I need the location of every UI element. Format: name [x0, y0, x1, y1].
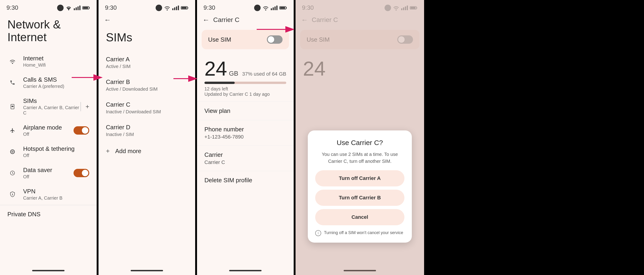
carrier-a-item[interactable]: Carrier A Active / SIM: [98, 51, 195, 74]
airplane-sublabel: Off: [23, 132, 74, 137]
menu-list-1: Internet Home_Wifi Calls & SMS Carrier A…: [0, 51, 97, 205]
separator-3: [294, 0, 296, 275]
turn-off-carrier-a-button[interactable]: Turn off Carrier A: [315, 170, 404, 186]
dialog-title: Use Carrier C?: [315, 139, 404, 147]
datasaver-toggle[interactable]: [74, 169, 89, 177]
menu-text-internet: Internet Home_Wifi: [23, 55, 89, 68]
battery-icon-3: [279, 6, 287, 10]
menu-text-sims: SIMs Carrier A, Carrier B, Carrier C: [23, 97, 80, 116]
data-bar-background: [204, 82, 286, 84]
hotspot-label: Hotspot & tethering: [23, 145, 89, 152]
add-more-label: Add more: [115, 148, 141, 155]
days-left: 12 days left: [204, 86, 286, 92]
menu-text-hotspot: Hotspot & tethering Off: [23, 145, 89, 158]
carrier-c-item[interactable]: Carrier C Inactive / Downloaded SIM: [98, 96, 195, 119]
turn-off-carrier-b-button[interactable]: Turn off Carrier B: [315, 190, 404, 206]
menu-item-datasaver[interactable]: Data saver Off: [0, 162, 97, 184]
status-bar-2: 9:30: [98, 0, 195, 14]
phone-number-value: +1-123-456-7890: [204, 134, 286, 140]
svg-rect-16: [286, 7, 287, 8]
menu-item-hotspot[interactable]: Hotspot & tethering Off: [0, 141, 97, 162]
sims-add-button[interactable]: +: [86, 103, 89, 110]
svg-rect-12: [188, 7, 188, 8]
status-time-3: 9:30: [204, 4, 215, 11]
screen4-dialog: 9:30: [296, 0, 424, 275]
bottom-bar-3: [229, 270, 262, 271]
wifi-menu-icon: [8, 56, 18, 66]
menu-item-vpn[interactable]: VPN Carrier A, Carrier B: [0, 184, 97, 205]
data-usage-section: 24 GB 37% used of 64 GB 12 days left Upd…: [197, 53, 294, 102]
battery-icon-1: [82, 6, 90, 10]
info-icon: i: [315, 230, 321, 236]
carrier-a-status: Active / SIM: [106, 64, 188, 69]
dialog-footer-text: Turning off a SIM won't cancel your serv…: [324, 230, 403, 236]
carrier-b-name: Carrier B: [106, 78, 188, 86]
svg-rect-6: [12, 106, 14, 107]
camera-dot-2: [156, 5, 162, 11]
internet-sublabel: Home_Wifi: [23, 62, 89, 68]
carrier-d-name: Carrier D: [106, 124, 188, 131]
status-time-2: 9:30: [105, 4, 117, 11]
data-unit: GB: [229, 70, 238, 77]
carrier-value: Carrier C: [204, 159, 286, 165]
data-meta: 12 days left Updated by Carrier C 1 day …: [204, 86, 286, 102]
carrier-label: Carrier: [204, 151, 286, 158]
status-bar-3: 9:30: [197, 0, 294, 14]
airplane-menu-icon: [8, 125, 18, 136]
menu-item-airplane[interactable]: Airplane mode Off: [0, 120, 97, 141]
back-button-2[interactable]: ←: [104, 16, 111, 24]
airplane-toggle-knob: [82, 127, 88, 134]
internet-label: Internet: [23, 55, 89, 62]
private-dns-label: Private DNS: [8, 211, 89, 218]
svg-point-10: [167, 9, 168, 10]
phone-menu-icon: [8, 78, 18, 88]
bottom-bar-2: [131, 270, 163, 271]
delete-sim-item[interactable]: Delete SIM profile: [197, 171, 294, 190]
screen1-network-internet: 9:30 Network: [0, 0, 97, 275]
back-button-3[interactable]: ←: [202, 16, 210, 24]
use-carrier-dialog: Use Carrier C? You can use 2 SIMs at a t…: [308, 130, 412, 242]
data-bar-row: [204, 82, 286, 84]
menu-item-calls-sms[interactable]: Calls & SMS Carrier A (preferred): [0, 72, 97, 93]
calls-label: Calls & SMS: [23, 76, 89, 83]
sims-page-title: SIMs: [98, 26, 195, 51]
phone-number-label: Phone number: [204, 126, 286, 133]
status-bar-1: 9:30: [0, 0, 97, 14]
wifi-icon-3: [262, 5, 269, 10]
carrier-b-status: Active / Downloaded SIM: [106, 86, 188, 92]
private-dns-row[interactable]: Private DNS: [0, 205, 97, 224]
carrier-a-name: Carrier A: [106, 56, 188, 63]
add-more-icon: +: [106, 147, 110, 155]
carrier-b-item[interactable]: Carrier B Active / Downloaded SIM: [98, 74, 195, 96]
menu-item-sims[interactable]: SIMs Carrier A, Carrier B, Carrier C +: [0, 93, 97, 120]
wifi-icon-2: [164, 5, 170, 10]
screen3-carrier-c: 9:30 ← Carrier C Use S: [197, 0, 294, 275]
signal-icon-3: [271, 6, 278, 10]
use-sim-toggle[interactable]: [267, 36, 282, 44]
bottom-bar-1: [32, 270, 64, 271]
vpn-label: VPN: [23, 188, 89, 195]
nav-title-3: Carrier C: [213, 16, 240, 24]
vpn-sublabel: Carrier A, Carrier B: [23, 196, 89, 201]
carrier-item: Carrier Carrier C: [197, 146, 294, 171]
data-percent: 37% used of 64 GB: [242, 71, 286, 77]
status-icons-1: [57, 5, 90, 11]
menu-text-datasaver: Data saver Off: [23, 166, 74, 180]
use-sim-label: Use SIM: [208, 36, 231, 43]
signal-icon-1: [74, 6, 80, 10]
status-time-1: 9:30: [6, 4, 18, 11]
svg-point-14: [265, 9, 266, 10]
sims-label: SIMs: [23, 97, 80, 104]
view-plan-label: View plan: [204, 107, 286, 114]
menu-item-internet[interactable]: Internet Home_Wifi: [0, 51, 97, 72]
carrier-d-item[interactable]: Carrier D Inactive / SIM: [98, 119, 195, 142]
view-plan-item[interactable]: View plan: [197, 102, 294, 120]
page-title-1: Network & Internet: [0, 14, 97, 51]
camera-dot-3: [254, 5, 260, 11]
cancel-button[interactable]: Cancel: [315, 209, 404, 225]
nav-bar-3: ← Carrier C: [197, 14, 294, 26]
battery-icon-2: [181, 6, 189, 10]
add-more-item[interactable]: + Add more: [98, 142, 195, 160]
svg-rect-13: [182, 7, 186, 9]
airplane-toggle[interactable]: [74, 126, 89, 134]
